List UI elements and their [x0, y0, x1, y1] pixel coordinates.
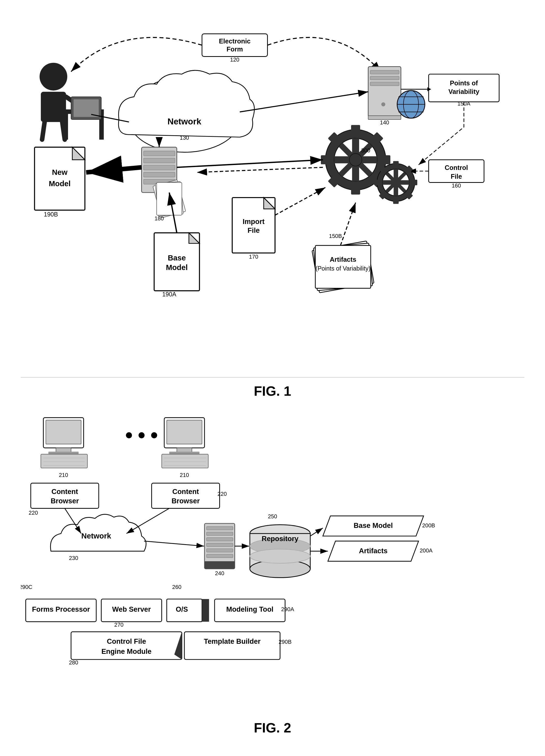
svg-text:230: 230: [69, 555, 78, 561]
svg-rect-159: [207, 537, 233, 541]
svg-line-203: [310, 528, 323, 536]
svg-text:190A: 190A: [162, 291, 176, 298]
svg-rect-161: [207, 549, 233, 552]
svg-text:170: 170: [249, 254, 258, 260]
svg-point-139: [139, 432, 145, 438]
svg-text:Model: Model: [166, 263, 188, 272]
svg-text:180: 180: [155, 215, 164, 222]
svg-rect-74: [393, 198, 399, 204]
svg-text:Browser: Browser: [51, 497, 79, 505]
page: Electronic Form 120: [0, 0, 545, 756]
svg-text:Template Builder: Template Builder: [204, 637, 261, 645]
svg-text:210: 210: [180, 472, 189, 478]
svg-text:190B: 190B: [44, 211, 58, 218]
svg-point-138: [126, 432, 132, 438]
svg-rect-32: [370, 82, 399, 86]
svg-rect-73: [393, 161, 399, 167]
svg-text:140: 140: [380, 119, 389, 126]
svg-line-200: [127, 508, 169, 533]
svg-text:Modeling Tool: Modeling Tool: [226, 605, 273, 613]
svg-text:Control: Control: [445, 164, 468, 171]
svg-line-120: [86, 167, 142, 172]
svg-text:Form: Form: [227, 46, 243, 53]
svg-rect-163: [205, 561, 235, 569]
svg-text:Content: Content: [51, 488, 78, 496]
svg-text:(Points of Variability): (Points of Variability): [315, 265, 370, 272]
svg-text:Forms Processor: Forms Processor: [32, 605, 90, 613]
svg-text:250: 250: [268, 513, 277, 520]
svg-rect-129: [41, 454, 87, 468]
fig1-svg: Electronic Form 120: [21, 16, 524, 377]
svg-point-72: [392, 178, 400, 186]
svg-text:Network: Network: [81, 532, 111, 540]
svg-rect-85: [144, 165, 175, 170]
svg-rect-75: [374, 180, 380, 185]
svg-point-4: [40, 63, 67, 91]
svg-text:220: 220: [29, 510, 38, 516]
fig1-container: Electronic Form 120: [21, 16, 524, 378]
svg-rect-34: [368, 116, 401, 119]
svg-text:Base Model: Base Model: [354, 521, 393, 529]
svg-text:Variability: Variability: [448, 88, 479, 95]
svg-text:Network: Network: [168, 117, 202, 126]
svg-rect-30: [370, 70, 399, 74]
svg-text:O/S: O/S: [176, 605, 188, 613]
svg-text:290C: 290C: [21, 584, 32, 590]
svg-text:Artifacts: Artifacts: [330, 256, 356, 263]
svg-text:Artifacts: Artifacts: [359, 547, 387, 555]
svg-text:290A: 290A: [281, 606, 294, 612]
svg-rect-13: [74, 99, 99, 117]
svg-text:200A: 200A: [420, 548, 433, 554]
svg-text:File: File: [451, 173, 462, 180]
svg-text:Engine Module: Engine Module: [101, 647, 152, 655]
svg-text:Repository: Repository: [262, 535, 298, 543]
svg-text:Points of: Points of: [450, 79, 478, 87]
svg-text:Base: Base: [168, 254, 186, 262]
svg-text:120: 120: [230, 57, 240, 63]
svg-text:130: 130: [180, 135, 189, 141]
svg-text:240: 240: [215, 570, 225, 577]
svg-text:Content: Content: [172, 488, 199, 496]
svg-rect-58: [351, 125, 360, 134]
svg-rect-142: [167, 420, 202, 444]
svg-rect-10: [64, 109, 68, 140]
svg-point-169: [250, 549, 310, 563]
fig2-svg: 210 Content Browser 220 210 Content Brow…: [21, 393, 524, 729]
svg-rect-160: [207, 543, 233, 547]
svg-point-140: [151, 432, 157, 438]
svg-rect-185: [202, 599, 209, 622]
svg-line-201: [144, 541, 204, 546]
svg-text:260: 260: [172, 584, 182, 590]
svg-rect-126: [46, 420, 81, 444]
svg-text:200B: 200B: [422, 522, 435, 529]
svg-rect-31: [370, 76, 399, 80]
svg-text:Web Server: Web Server: [112, 605, 151, 613]
svg-rect-83: [144, 151, 175, 156]
svg-text:290B: 290B: [279, 639, 291, 645]
svg-text:Electronic: Electronic: [219, 38, 251, 45]
svg-rect-145: [162, 454, 208, 468]
svg-rect-162: [207, 554, 233, 558]
svg-line-117: [240, 92, 368, 112]
svg-line-7: [42, 122, 45, 140]
svg-rect-84: [144, 158, 175, 163]
svg-text:220: 220: [218, 491, 227, 497]
svg-rect-90: [157, 182, 182, 215]
svg-rect-76: [411, 180, 417, 185]
svg-text:Control File: Control File: [107, 637, 146, 645]
svg-rect-128: [48, 452, 79, 454]
svg-rect-157: [207, 527, 233, 530]
svg-text:Browser: Browser: [172, 497, 200, 505]
svg-rect-144: [169, 452, 200, 454]
svg-rect-5: [41, 92, 66, 122]
svg-text:280: 280: [69, 660, 78, 666]
svg-text:300: 300: [361, 147, 370, 154]
svg-rect-61: [381, 155, 390, 164]
svg-text:210: 210: [59, 472, 68, 478]
svg-rect-158: [207, 532, 233, 536]
svg-rect-86: [144, 172, 175, 177]
svg-point-57: [349, 153, 362, 166]
svg-point-33: [381, 102, 385, 107]
svg-line-119: [177, 160, 323, 167]
svg-text:270: 270: [114, 622, 124, 628]
